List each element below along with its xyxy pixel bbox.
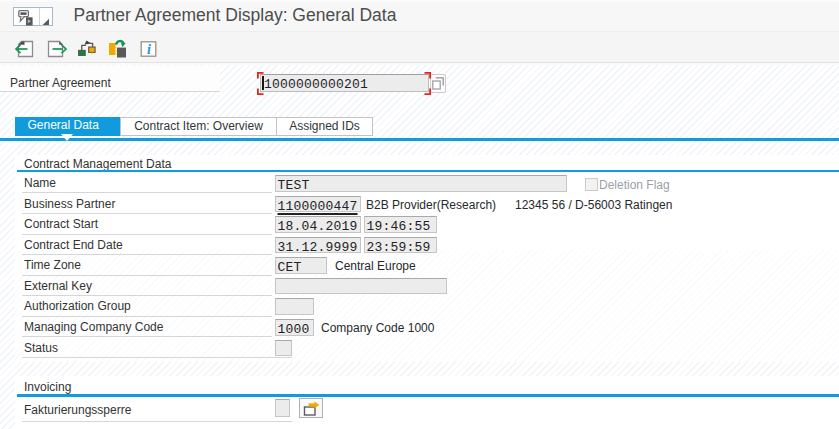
svg-text:i: i bbox=[147, 42, 151, 57]
